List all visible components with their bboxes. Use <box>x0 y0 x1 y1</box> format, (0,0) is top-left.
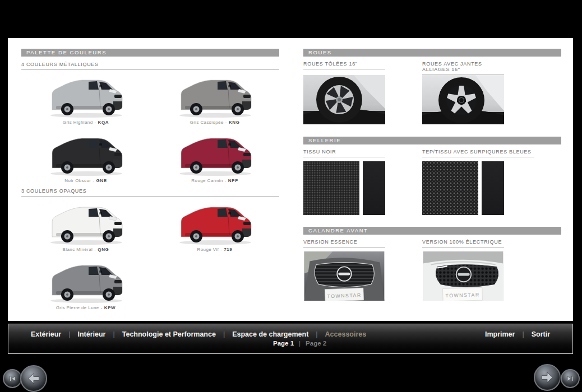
metallic-cars-grid: Gris Highland-KQA <box>21 72 279 189</box>
van-illustration <box>173 72 257 119</box>
page-separator: | <box>299 340 301 347</box>
brochure-page: PALETTE DE COULEURS 4 COULEURS MÉTALLIQU… <box>8 38 573 321</box>
van-illustration <box>44 130 128 178</box>
exit-button[interactable]: Sortir <box>532 330 550 338</box>
first-page-button[interactable] <box>3 369 22 388</box>
car-color-name: Gris Pierre de Lune <box>56 305 99 310</box>
car-label: Blanc Minéral-QNG <box>63 247 109 252</box>
nissan-badge-icon <box>456 267 471 282</box>
van-illustration <box>173 199 257 246</box>
section-header-roues: ROUES <box>303 49 561 57</box>
menu-separator: | <box>522 330 524 338</box>
nav-item-technologie[interactable]: Technologie et Performance <box>122 330 216 338</box>
page-selector: Page 1 | Page 2 <box>273 340 326 347</box>
fabric-swatch-tissu-noir <box>303 161 385 215</box>
page-1-link[interactable]: Page 1 <box>273 340 294 347</box>
label-roues-tolees: ROUES TÔLÉES 16" <box>303 61 385 69</box>
car-label: Rouge Carmin-NPF <box>191 178 238 183</box>
car-color-code: 719 <box>224 247 232 252</box>
skip-to-end-icon <box>565 373 576 384</box>
heading-opaque-colors: 3 COULEURS OPAQUES <box>21 188 279 197</box>
nissan-badge-icon <box>337 267 351 281</box>
label-roues-alliages: ROUES AVEC JANTES ALLIAGES 16" <box>422 61 504 75</box>
label-version-electrique: VERSION 100% ÉLECTRIQUE <box>422 239 504 248</box>
car-swatch: Blanc Minéral-QNG <box>21 199 150 252</box>
menu-separator: | <box>113 330 114 338</box>
car-label: Gris Pierre de Lune-KPW <box>56 305 116 310</box>
car-swatch: Gris Cassiopée-KNG <box>150 72 279 125</box>
skip-to-start-icon <box>7 373 18 384</box>
nav-item-exterieur[interactable]: Extérieur <box>31 330 61 338</box>
fabric-trim-strip <box>482 161 504 215</box>
label-tep-tissu: TEP/TISSU AVEC SURPIQURES BLEUES <box>422 149 534 157</box>
car-color-code: KPW <box>104 305 116 310</box>
car-swatch: Rouge Carmin-NPF <box>150 130 279 183</box>
menu-separator: | <box>316 330 317 338</box>
car-color-name: Blanc Minéral <box>63 247 93 252</box>
grille-essence-photo: TOWNSTAR <box>303 251 385 301</box>
car-color-name: Noir Obscur <box>64 178 91 183</box>
print-button[interactable]: Imprimer <box>485 330 515 338</box>
car-color-code: QNG <box>98 247 109 252</box>
label-tissu-noir: TISSU NOIR <box>303 149 385 157</box>
car-swatch: Gris Highland-KQA <box>21 72 150 125</box>
opaque-cars-grid: Blanc Minéral-QNG <box>21 199 279 316</box>
car-label: Rouge Vif-719 <box>197 247 233 252</box>
car-color-code: KNG <box>229 120 240 125</box>
fabric-trim-strip <box>363 161 385 215</box>
car-color-code: GNE <box>96 178 107 183</box>
arrow-left-icon <box>25 370 42 387</box>
nav-item-espace-chargement[interactable]: Espace de chargement <box>232 330 308 338</box>
van-illustration <box>44 258 128 305</box>
nav-actions: Imprimer | Sortir <box>485 330 550 338</box>
car-swatch: Gris Pierre de Lune-KPW <box>21 258 150 310</box>
heading-metallic-colors: 4 COULEURS MÉTALLIQUES <box>21 62 279 70</box>
next-page-button[interactable] <box>534 364 561 391</box>
car-swatch: Rouge Vif-719 <box>150 199 279 252</box>
nav-item-accessoires[interactable]: Accessoires <box>325 330 367 338</box>
label-version-essence: VERSION ESSENCE <box>303 239 385 248</box>
section-header-calandre: CALANDRE AVANT <box>303 227 561 235</box>
car-label: Noir Obscur-GNE <box>64 178 107 183</box>
grille-electrique-photo: TOWNSTAR <box>422 251 504 301</box>
steel-wheel-photo <box>303 75 385 124</box>
car-color-name: Rouge Vif <box>197 247 219 252</box>
main-menu: Extérieur | Intérieur | Technologie et P… <box>31 330 550 338</box>
arrow-right-icon <box>539 369 556 386</box>
fabric-texture <box>303 161 359 215</box>
section-header-palette: PALETTE DE COULEURS <box>21 49 279 57</box>
menu-separator: | <box>68 330 70 338</box>
car-label: Gris Highland-KQA <box>63 120 109 125</box>
van-illustration <box>44 72 128 119</box>
car-color-code: NPF <box>228 178 238 183</box>
car-color-code: KQA <box>98 120 109 125</box>
car-color-name: Gris Cassiopée <box>190 120 224 125</box>
car-label: Gris Cassiopée-KNG <box>190 120 240 125</box>
van-illustration <box>173 130 257 178</box>
page-background: PALETTE DE COULEURS 4 COULEURS MÉTALLIQU… <box>0 0 582 392</box>
bottom-navigation-bar: Extérieur | Intérieur | Technologie et P… <box>8 324 573 354</box>
last-page-button[interactable] <box>561 369 580 388</box>
van-illustration <box>44 199 128 246</box>
fabric-swatch-tep-tissu <box>422 161 504 215</box>
nav-item-interieur[interactable]: Intérieur <box>77 330 105 338</box>
car-swatch: Noir Obscur-GNE <box>21 130 150 183</box>
previous-page-button[interactable] <box>20 365 47 392</box>
license-plate-text: TOWNSTAR <box>327 292 362 299</box>
page-2-link[interactable]: Page 2 <box>306 340 326 347</box>
section-header-sellerie: SELLERIE <box>303 137 561 144</box>
car-color-name: Rouge Carmin <box>191 178 223 183</box>
license-plate-text: TOWNSTAR <box>445 292 480 298</box>
car-color-name: Gris Highland <box>63 120 93 125</box>
alloy-wheel-photo <box>422 75 504 124</box>
fabric-texture <box>422 161 478 215</box>
menu-separator: | <box>223 330 225 338</box>
